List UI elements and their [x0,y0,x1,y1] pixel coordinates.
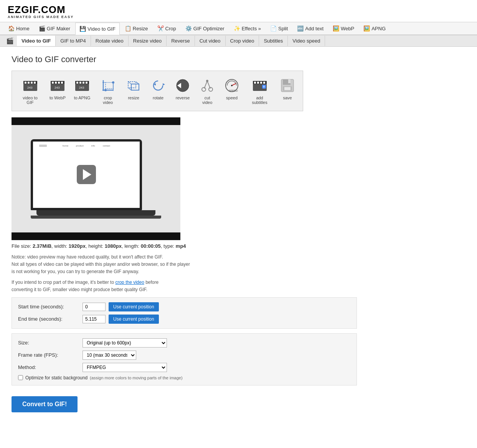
play-button[interactable] [77,165,96,184]
file-size-label: File size: [12,243,33,249]
height-label: , height: [86,243,105,249]
play-triangle-icon [83,169,91,180]
svg-rect-23 [106,82,113,89]
use-current-start-button[interactable]: Use current position [109,302,159,311]
svg-marker-33 [163,83,165,86]
nav-crop[interactable]: ✂️ Crop [153,22,180,35]
svg-rect-5 [34,82,36,84]
subnav-subtitles[interactable]: Subtitles [259,36,288,46]
end-time-input[interactable] [83,315,106,323]
nav-gif-maker[interactable]: 🎬 GIF Maker [35,22,74,35]
resize-icon: 📋 [125,25,131,31]
subnav-video-speed[interactable]: Video speed [288,36,325,46]
crop-video-link[interactable]: crop the video [115,280,144,285]
tool-resize-label: resize [128,96,139,100]
nav-resize-label: Resize [133,26,148,31]
clapper-apng-icon: 243 [74,77,91,94]
subnav-video-to-gif[interactable]: Video to GIF [17,36,56,46]
page-title: Video to GIF converter [12,54,411,64]
notice-line2: Not all types of video can be played wit… [12,262,190,267]
tool-add-subtitles[interactable]: T add subtitles [245,75,274,107]
svg-text:243: 243 [27,86,33,89]
tool-speed[interactable]: SPEED speed [220,75,243,102]
laptop-wrapper: home product info contact [12,125,180,232]
nav-add-text[interactable]: 🔤 Add text [293,22,328,35]
nav-video-to-gif[interactable]: 💾 Video to GIF [75,23,120,35]
type-label: , type: [161,243,176,249]
clapper-video-icon: 243 [22,77,39,94]
subnav-gif-to-mp4[interactable]: GIF to MP4 [56,36,91,46]
nav-effects[interactable]: ✨ Effects » [229,22,265,35]
nav-webp[interactable]: 🖼️ WebP [328,22,358,35]
tool-to-webp[interactable]: 243 to WebP [46,75,69,102]
subnav-resize-video[interactable]: Resize video [129,36,167,46]
video-topbar [12,117,180,125]
start-time-input[interactable] [83,303,106,311]
svg-text:SPEED: SPEED [229,89,238,92]
nav-apng[interactable]: 🖼️ APNG [359,22,390,35]
optimizer-icon: ⚙️ [185,25,192,31]
tool-to-apng[interactable]: 243 to APNG [71,75,94,102]
subnav-rotate-video[interactable]: Rotate video [91,36,129,46]
svg-point-38 [202,87,206,91]
rotate-tool-icon [150,77,167,94]
tool-rotate[interactable]: rotate [147,75,170,102]
svg-text:243: 243 [79,86,84,89]
size-select[interactable]: Original (up to 600px) 320px 480px 640px… [83,338,167,348]
nav-split[interactable]: 📄 Split [266,22,292,35]
laptop-screen-inner: home product info contact [33,142,140,208]
reverse-tool-icon [174,77,191,94]
tool-resize[interactable]: resize [122,75,145,102]
subnav-cut-video[interactable]: Cut video [195,36,226,46]
svg-rect-58 [284,87,290,90]
logo-subtitle: ANIMATED GIFS MADE EASY [8,15,469,19]
length-label: , length: [122,243,141,249]
nav-resize[interactable]: 📋 Resize [120,22,152,35]
svg-rect-16 [76,82,78,84]
apng-icon: 🖼️ [363,25,370,31]
size-label: Size: [18,340,79,346]
tool-cut-video[interactable]: cut video [196,75,219,107]
method-row: Method: FFMPEG ImageMagick [18,363,350,372]
use-current-end-button[interactable]: Use current position [109,315,159,324]
notice-line1: Notice: video preview may have reduced q… [12,254,163,260]
add-text-icon: 🔤 [297,25,304,31]
speed-tool-icon: SPEED [223,77,240,94]
subnav-crop-video[interactable]: Crop video [226,36,259,46]
tool-cut-video-label: cut video [199,96,216,105]
tool-reverse[interactable]: reverse [171,75,194,102]
nav-split-label: Split [278,26,288,31]
tool-add-subtitles-label: add subtitles [248,96,271,105]
save-tool-icon [279,77,296,94]
tool-rotate-label: rotate [153,96,163,100]
subnav-reverse[interactable]: Reverse [167,36,195,46]
convert-button[interactable]: Convert to GIF! [12,396,78,412]
resize-tool-icon [125,77,142,94]
split-icon: 📄 [270,25,277,31]
optimize-checkbox[interactable] [18,375,23,380]
video-preview[interactable]: home product info contact [12,125,180,232]
site-header: EZGIF.COM ANIMATED GIFS MADE EASY [0,0,477,22]
width-value: 1920px [69,243,86,249]
fps-select[interactable]: 10 (max 30 seconds) 15 20 25 30 [83,351,136,360]
end-time-label: End time (seconds): [18,316,79,322]
nav-video-to-gif-label: Video to GIF [87,26,116,32]
top-navigation: 🏠 Home 🎬 GIF Maker 💾 Video to GIF 📋 Resi… [0,22,477,35]
tool-crop-video[interactable]: crop video [95,75,120,107]
notice-line3: is not working for you, you can try to g… [12,269,139,274]
tool-video-to-gif-label: video to GIF [19,96,41,105]
tool-save[interactable]: save [276,75,299,102]
svg-rect-10 [55,82,57,84]
nav-gif-maker-label: GIF Maker [47,26,70,31]
tool-video-to-gif[interactable]: 243 video to GIF [16,75,45,107]
nav-gif-optimizer[interactable]: ⚙️ GIF Optimizer [181,22,229,35]
nav-home[interactable]: 🏠 Home [4,22,34,35]
height-value: 1080px [105,243,122,249]
svg-point-25 [104,89,107,91]
laptop-base [36,210,155,216]
timing-settings: Start time (seconds): Use current positi… [12,297,357,329]
method-select[interactable]: FFMPEG ImageMagick [83,363,167,372]
size-row: Size: Original (up to 600px) 320px 480px… [18,338,350,348]
optimize-note: (assign more colors to moving parts of t… [90,376,183,380]
length-value: 00:00:05 [141,243,161,249]
